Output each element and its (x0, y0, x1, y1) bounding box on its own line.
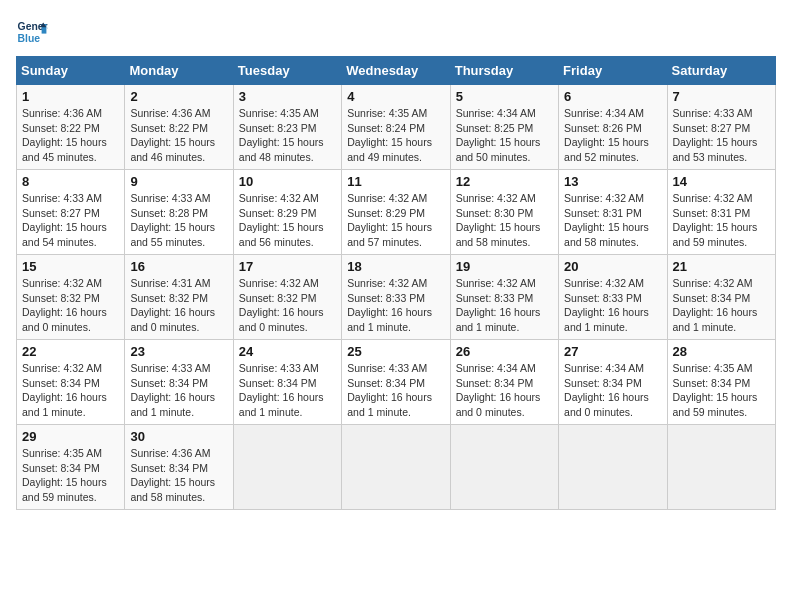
day-cell: 30Sunrise: 4:36 AM Sunset: 8:34 PM Dayli… (125, 425, 233, 510)
week-row-3: 15Sunrise: 4:32 AM Sunset: 8:32 PM Dayli… (17, 255, 776, 340)
day-info: Sunrise: 4:32 AM Sunset: 8:29 PM Dayligh… (347, 191, 444, 250)
day-info: Sunrise: 4:32 AM Sunset: 8:31 PM Dayligh… (564, 191, 661, 250)
day-cell: 18Sunrise: 4:32 AM Sunset: 8:33 PM Dayli… (342, 255, 450, 340)
day-number: 12 (456, 174, 553, 189)
day-number: 7 (673, 89, 770, 104)
day-info: Sunrise: 4:32 AM Sunset: 8:34 PM Dayligh… (673, 276, 770, 335)
day-cell (450, 425, 558, 510)
day-info: Sunrise: 4:33 AM Sunset: 8:34 PM Dayligh… (239, 361, 336, 420)
day-number: 21 (673, 259, 770, 274)
day-cell: 22Sunrise: 4:32 AM Sunset: 8:34 PM Dayli… (17, 340, 125, 425)
day-number: 24 (239, 344, 336, 359)
week-row-5: 29Sunrise: 4:35 AM Sunset: 8:34 PM Dayli… (17, 425, 776, 510)
day-cell (559, 425, 667, 510)
weekday-header-friday: Friday (559, 57, 667, 85)
week-row-1: 1Sunrise: 4:36 AM Sunset: 8:22 PM Daylig… (17, 85, 776, 170)
day-number: 3 (239, 89, 336, 104)
day-cell: 24Sunrise: 4:33 AM Sunset: 8:34 PM Dayli… (233, 340, 341, 425)
day-number: 5 (456, 89, 553, 104)
day-number: 15 (22, 259, 119, 274)
day-info: Sunrise: 4:34 AM Sunset: 8:25 PM Dayligh… (456, 106, 553, 165)
day-cell: 26Sunrise: 4:34 AM Sunset: 8:34 PM Dayli… (450, 340, 558, 425)
day-number: 28 (673, 344, 770, 359)
day-number: 9 (130, 174, 227, 189)
day-info: Sunrise: 4:32 AM Sunset: 8:29 PM Dayligh… (239, 191, 336, 250)
day-info: Sunrise: 4:32 AM Sunset: 8:32 PM Dayligh… (239, 276, 336, 335)
weekday-header-tuesday: Tuesday (233, 57, 341, 85)
day-number: 10 (239, 174, 336, 189)
day-cell: 14Sunrise: 4:32 AM Sunset: 8:31 PM Dayli… (667, 170, 775, 255)
logo-icon: General Blue (16, 16, 48, 48)
day-info: Sunrise: 4:32 AM Sunset: 8:33 PM Dayligh… (564, 276, 661, 335)
day-cell: 20Sunrise: 4:32 AM Sunset: 8:33 PM Dayli… (559, 255, 667, 340)
day-cell: 28Sunrise: 4:35 AM Sunset: 8:34 PM Dayli… (667, 340, 775, 425)
day-cell: 6Sunrise: 4:34 AM Sunset: 8:26 PM Daylig… (559, 85, 667, 170)
day-number: 19 (456, 259, 553, 274)
day-cell: 8Sunrise: 4:33 AM Sunset: 8:27 PM Daylig… (17, 170, 125, 255)
day-info: Sunrise: 4:33 AM Sunset: 8:34 PM Dayligh… (347, 361, 444, 420)
day-number: 23 (130, 344, 227, 359)
weekday-header-wednesday: Wednesday (342, 57, 450, 85)
day-number: 16 (130, 259, 227, 274)
day-info: Sunrise: 4:32 AM Sunset: 8:33 PM Dayligh… (347, 276, 444, 335)
day-cell: 13Sunrise: 4:32 AM Sunset: 8:31 PM Dayli… (559, 170, 667, 255)
day-cell: 10Sunrise: 4:32 AM Sunset: 8:29 PM Dayli… (233, 170, 341, 255)
day-cell: 1Sunrise: 4:36 AM Sunset: 8:22 PM Daylig… (17, 85, 125, 170)
day-info: Sunrise: 4:36 AM Sunset: 8:22 PM Dayligh… (130, 106, 227, 165)
day-number: 30 (130, 429, 227, 444)
day-cell: 12Sunrise: 4:32 AM Sunset: 8:30 PM Dayli… (450, 170, 558, 255)
day-number: 17 (239, 259, 336, 274)
day-cell: 5Sunrise: 4:34 AM Sunset: 8:25 PM Daylig… (450, 85, 558, 170)
day-cell: 9Sunrise: 4:33 AM Sunset: 8:28 PM Daylig… (125, 170, 233, 255)
day-info: Sunrise: 4:32 AM Sunset: 8:33 PM Dayligh… (456, 276, 553, 335)
day-info: Sunrise: 4:34 AM Sunset: 8:26 PM Dayligh… (564, 106, 661, 165)
day-info: Sunrise: 4:34 AM Sunset: 8:34 PM Dayligh… (564, 361, 661, 420)
week-row-4: 22Sunrise: 4:32 AM Sunset: 8:34 PM Dayli… (17, 340, 776, 425)
day-cell: 16Sunrise: 4:31 AM Sunset: 8:32 PM Dayli… (125, 255, 233, 340)
day-number: 11 (347, 174, 444, 189)
weekday-header-monday: Monday (125, 57, 233, 85)
day-number: 2 (130, 89, 227, 104)
day-info: Sunrise: 4:35 AM Sunset: 8:24 PM Dayligh… (347, 106, 444, 165)
day-number: 26 (456, 344, 553, 359)
day-cell (667, 425, 775, 510)
day-cell: 3Sunrise: 4:35 AM Sunset: 8:23 PM Daylig… (233, 85, 341, 170)
day-info: Sunrise: 4:35 AM Sunset: 8:34 PM Dayligh… (22, 446, 119, 505)
day-number: 22 (22, 344, 119, 359)
day-cell: 11Sunrise: 4:32 AM Sunset: 8:29 PM Dayli… (342, 170, 450, 255)
day-info: Sunrise: 4:33 AM Sunset: 8:27 PM Dayligh… (22, 191, 119, 250)
day-number: 25 (347, 344, 444, 359)
day-cell: 2Sunrise: 4:36 AM Sunset: 8:22 PM Daylig… (125, 85, 233, 170)
day-cell: 15Sunrise: 4:32 AM Sunset: 8:32 PM Dayli… (17, 255, 125, 340)
day-number: 8 (22, 174, 119, 189)
svg-text:Blue: Blue (18, 33, 41, 44)
day-number: 6 (564, 89, 661, 104)
weekday-header-sunday: Sunday (17, 57, 125, 85)
day-cell: 4Sunrise: 4:35 AM Sunset: 8:24 PM Daylig… (342, 85, 450, 170)
day-cell: 21Sunrise: 4:32 AM Sunset: 8:34 PM Dayli… (667, 255, 775, 340)
day-number: 4 (347, 89, 444, 104)
day-cell: 23Sunrise: 4:33 AM Sunset: 8:34 PM Dayli… (125, 340, 233, 425)
day-number: 20 (564, 259, 661, 274)
logo: General Blue (16, 16, 48, 48)
day-info: Sunrise: 4:35 AM Sunset: 8:34 PM Dayligh… (673, 361, 770, 420)
day-number: 14 (673, 174, 770, 189)
day-info: Sunrise: 4:32 AM Sunset: 8:34 PM Dayligh… (22, 361, 119, 420)
day-info: Sunrise: 4:32 AM Sunset: 8:32 PM Dayligh… (22, 276, 119, 335)
day-cell: 29Sunrise: 4:35 AM Sunset: 8:34 PM Dayli… (17, 425, 125, 510)
weekday-header-saturday: Saturday (667, 57, 775, 85)
day-info: Sunrise: 4:31 AM Sunset: 8:32 PM Dayligh… (130, 276, 227, 335)
day-info: Sunrise: 4:32 AM Sunset: 8:30 PM Dayligh… (456, 191, 553, 250)
day-info: Sunrise: 4:33 AM Sunset: 8:27 PM Dayligh… (673, 106, 770, 165)
day-info: Sunrise: 4:35 AM Sunset: 8:23 PM Dayligh… (239, 106, 336, 165)
day-info: Sunrise: 4:36 AM Sunset: 8:22 PM Dayligh… (22, 106, 119, 165)
day-info: Sunrise: 4:32 AM Sunset: 8:31 PM Dayligh… (673, 191, 770, 250)
day-number: 13 (564, 174, 661, 189)
calendar-table: SundayMondayTuesdayWednesdayThursdayFrid… (16, 56, 776, 510)
day-info: Sunrise: 4:36 AM Sunset: 8:34 PM Dayligh… (130, 446, 227, 505)
day-number: 29 (22, 429, 119, 444)
weekday-header-row: SundayMondayTuesdayWednesdayThursdayFrid… (17, 57, 776, 85)
week-row-2: 8Sunrise: 4:33 AM Sunset: 8:27 PM Daylig… (17, 170, 776, 255)
day-cell: 19Sunrise: 4:32 AM Sunset: 8:33 PM Dayli… (450, 255, 558, 340)
day-info: Sunrise: 4:33 AM Sunset: 8:28 PM Dayligh… (130, 191, 227, 250)
